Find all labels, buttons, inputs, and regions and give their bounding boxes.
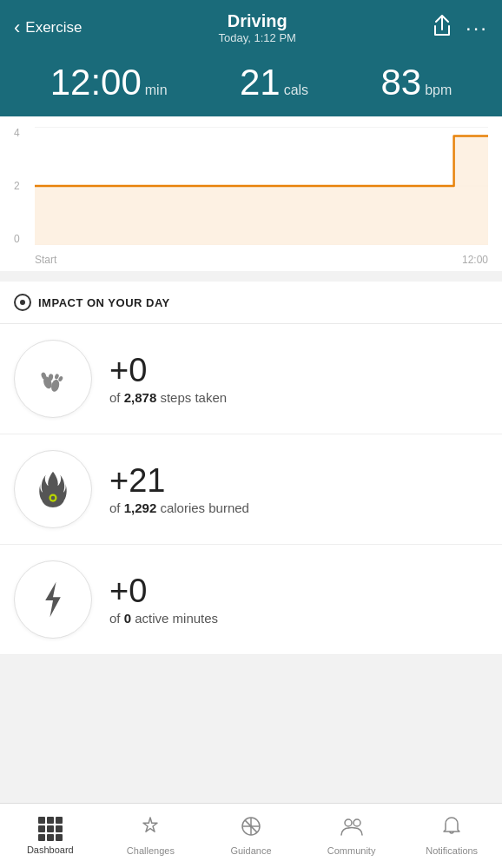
flame-icon bbox=[36, 470, 70, 508]
stats-bar: 12:00 min 21 cals 83 bpm bbox=[0, 56, 502, 116]
chart-area: 4 2 0 Start 12:00 bbox=[0, 116, 502, 271]
footprint-icon bbox=[34, 360, 72, 398]
guidance-icon bbox=[241, 816, 261, 842]
nav-label-challenges: Challenges bbox=[127, 845, 175, 856]
active-minutes-impact-item: +0 of 0 active minutes bbox=[0, 545, 502, 655]
active-minutes-desc: of 0 active minutes bbox=[109, 611, 488, 626]
header-center: Driving Today, 1:12 PM bbox=[219, 11, 296, 44]
steps-value: +0 bbox=[109, 353, 488, 389]
y-label-2: 2 bbox=[14, 180, 31, 192]
svg-point-19 bbox=[353, 819, 360, 826]
calories-impact-item: +21 of 1,292 calories burned bbox=[0, 434, 502, 545]
more-options-icon[interactable]: ··· bbox=[466, 16, 488, 40]
nav-item-community[interactable]: Community bbox=[301, 804, 402, 868]
back-label: Exercise bbox=[25, 19, 82, 36]
svg-point-11 bbox=[51, 496, 56, 500]
cals-stat: 21 cals bbox=[240, 64, 308, 101]
svg-point-17 bbox=[249, 825, 252, 828]
back-chevron-icon: ‹ bbox=[14, 17, 20, 39]
active-minutes-value: +0 bbox=[109, 573, 488, 610]
nav-item-dashboard[interactable]: Dashboard bbox=[0, 804, 101, 868]
impact-header: IMPACT ON YOUR DAY bbox=[0, 282, 502, 324]
y-label-0: 0 bbox=[14, 233, 31, 245]
x-label-end: 12:00 bbox=[462, 254, 488, 266]
time-value: 12:00 bbox=[50, 64, 142, 101]
svg-point-18 bbox=[345, 819, 352, 826]
notifications-icon bbox=[441, 816, 462, 842]
dashboard-icon bbox=[38, 817, 63, 841]
svg-marker-12 bbox=[45, 582, 61, 617]
bpm-stat: 83 bpm bbox=[380, 64, 452, 101]
community-icon bbox=[340, 816, 364, 842]
chart-svg-container bbox=[35, 127, 488, 245]
steps-info: +0 of 2,878 steps taken bbox=[109, 353, 488, 406]
x-label-start: Start bbox=[35, 254, 56, 266]
target-icon bbox=[14, 294, 31, 311]
steps-desc: of 2,878 steps taken bbox=[109, 390, 488, 405]
bpm-value: 83 bbox=[380, 64, 421, 101]
flame-icon-circle bbox=[14, 450, 92, 528]
chart-y-axis: 4 2 0 bbox=[14, 127, 31, 245]
nav-item-challenges[interactable]: Challenges bbox=[101, 804, 201, 868]
calories-info: +21 of 1,292 calories burned bbox=[109, 463, 488, 516]
back-button[interactable]: ‹ Exercise bbox=[14, 17, 83, 39]
page-subtitle: Today, 1:12 PM bbox=[219, 31, 296, 44]
challenges-icon bbox=[140, 816, 161, 842]
nav-item-notifications[interactable]: Notifications bbox=[401, 804, 502, 868]
share-icon[interactable] bbox=[433, 15, 452, 42]
impact-section: IMPACT ON YOUR DAY +0 of 2,878 steps tak… bbox=[0, 282, 502, 655]
cals-unit: cals bbox=[284, 83, 308, 98]
svg-marker-3 bbox=[35, 136, 488, 245]
nav-label-notifications: Notifications bbox=[426, 845, 478, 856]
steps-impact-item: +0 of 2,878 steps taken bbox=[0, 324, 502, 434]
bolt-icon bbox=[37, 580, 69, 619]
app-header: ‹ Exercise Driving Today, 1:12 PM ··· bbox=[0, 0, 502, 56]
nav-label-community: Community bbox=[327, 845, 376, 856]
target-inner-dot bbox=[20, 300, 25, 305]
time-unit: min bbox=[145, 83, 168, 98]
calories-value: +21 bbox=[109, 463, 488, 500]
steps-icon-circle bbox=[14, 340, 92, 418]
time-stat: 12:00 min bbox=[50, 64, 168, 101]
bpm-unit: bpm bbox=[425, 83, 452, 98]
page-title: Driving bbox=[219, 11, 296, 31]
y-label-4: 4 bbox=[14, 127, 31, 139]
active-minutes-info: +0 of 0 active minutes bbox=[109, 573, 488, 626]
bottom-navigation: Dashboard Challenges Guidance bbox=[0, 803, 502, 868]
nav-label-dashboard: Dashboard bbox=[27, 845, 74, 855]
nav-item-guidance[interactable]: Guidance bbox=[201, 804, 301, 868]
chart-x-labels: Start 12:00 bbox=[35, 254, 488, 266]
nav-label-guidance: Guidance bbox=[230, 845, 271, 856]
impact-title: IMPACT ON YOUR DAY bbox=[38, 296, 170, 309]
chart-wrapper: 4 2 0 Start 12:00 bbox=[14, 127, 488, 266]
calories-desc: of 1,292 calories burned bbox=[109, 500, 488, 515]
header-actions: ··· bbox=[433, 15, 488, 42]
bolt-icon-circle bbox=[14, 560, 92, 639]
cals-value: 21 bbox=[240, 64, 281, 101]
